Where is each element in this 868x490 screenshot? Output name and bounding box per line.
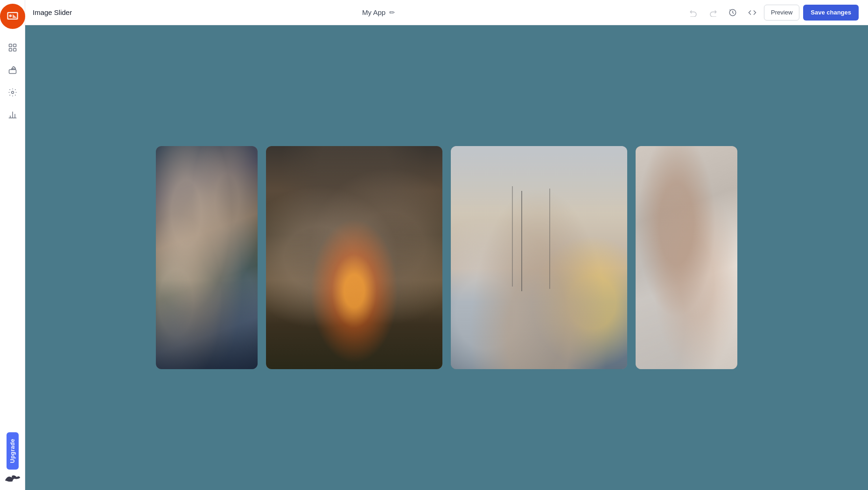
slide-1-image (156, 146, 258, 369)
settings-icon (8, 88, 17, 97)
slide-2[interactable] (266, 146, 442, 369)
slide-3-image (451, 146, 627, 369)
analytics-icon (8, 110, 17, 119)
header-left: Image Slider (33, 8, 72, 16)
save-changes-button[interactable]: Save changes (803, 5, 859, 21)
main-content: Image Slider My App ✏ (25, 0, 868, 490)
history-button[interactable] (725, 5, 741, 21)
sidebar-item-plugins[interactable] (2, 60, 23, 80)
history-icon (728, 8, 737, 17)
svg-rect-8 (9, 70, 16, 73)
header: Image Slider My App ✏ (25, 0, 868, 25)
sidebar-item-dashboard[interactable] (2, 37, 23, 58)
grid-icon (8, 43, 17, 52)
sidebar-item-settings[interactable] (2, 82, 23, 103)
svg-rect-4 (9, 44, 12, 47)
sidebar-item-analytics[interactable] (2, 105, 23, 125)
code-icon (748, 8, 756, 17)
app-name-label: My App (362, 8, 385, 16)
sidebar-bottom: Upgrade (3, 432, 22, 490)
upgrade-button[interactable]: Upgrade (7, 432, 19, 469)
undo-icon (689, 8, 698, 17)
logo-icon (6, 10, 19, 23)
redo-icon (709, 8, 717, 17)
image-slider (44, 136, 849, 379)
svg-point-9 (11, 91, 14, 94)
redo-button[interactable] (705, 5, 721, 21)
bird-logo (3, 473, 22, 483)
svg-rect-5 (13, 44, 16, 47)
slide-4[interactable] (636, 146, 737, 369)
slide-2-image (266, 146, 442, 369)
undo-button[interactable] (686, 5, 701, 21)
slide-3[interactable] (451, 146, 627, 369)
bird-icon (4, 474, 21, 482)
app-logo[interactable] (0, 4, 25, 29)
slide-4-image (636, 146, 737, 369)
svg-rect-6 (9, 49, 12, 51)
preview-button[interactable]: Preview (764, 5, 799, 21)
header-title: Image Slider (33, 8, 72, 16)
svg-point-2 (9, 14, 12, 17)
slide-1[interactable] (156, 146, 258, 369)
plugin-icon (8, 65, 17, 75)
header-right: Preview Save changes (686, 5, 859, 21)
canvas-area (25, 25, 868, 490)
sidebar: Upgrade (0, 0, 25, 490)
header-center: My App ✏ (362, 8, 395, 17)
edit-app-name-icon[interactable]: ✏ (389, 8, 395, 17)
code-button[interactable] (744, 5, 760, 21)
svg-rect-7 (13, 49, 16, 51)
sidebar-nav (2, 33, 23, 432)
